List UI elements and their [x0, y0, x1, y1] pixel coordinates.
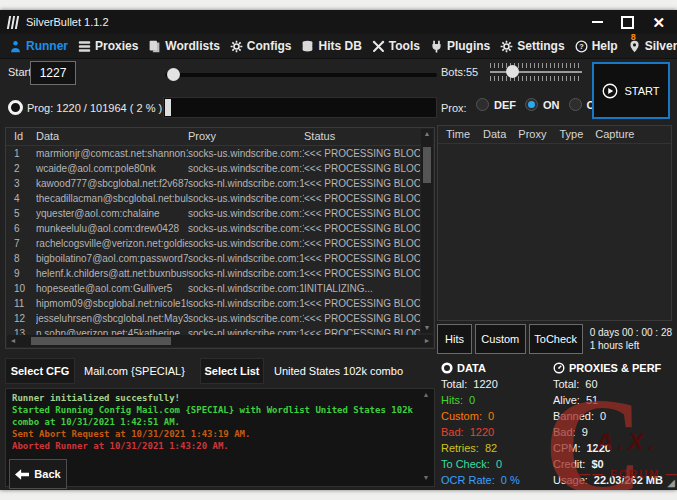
select-cfg-button[interactable]: Select CFG	[5, 358, 75, 384]
menu-item-proxies[interactable]: Proxies	[73, 39, 143, 53]
resize-grip[interactable]: ◢	[667, 478, 675, 488]
timer-elapsed: 0 days 00 : 00 : 28	[590, 327, 672, 338]
table-row[interactable]: 4thecadillacman@sbcglobal.net:bullcsocks…	[6, 191, 420, 206]
prox-option-on[interactable]: ON	[525, 98, 560, 111]
svg-text:?: ?	[579, 42, 584, 51]
table-row[interactable]: 6munkeelulu@aol.com:drew0428socks-us.win…	[6, 221, 420, 236]
menu-item-configs[interactable]: Configs	[225, 39, 297, 53]
slider-thumb[interactable]	[506, 65, 519, 78]
column-header-time[interactable]: Time	[446, 126, 470, 143]
table-row[interactable]: 5yquester@aol.com:chalainesocks-us.winds…	[6, 206, 420, 221]
menu-item-help[interactable]: ? Help	[570, 39, 623, 53]
table-row[interactable]: 11hipmom09@sbcglobal.net:nicole10socks-n…	[6, 296, 420, 311]
stat-row: Bad:1220	[441, 424, 549, 440]
scrollbar-thumb[interactable]	[31, 337, 171, 345]
scrollbar-thumb[interactable]	[423, 147, 431, 183]
menu-label: Tools	[389, 39, 420, 53]
bots-slider[interactable]	[490, 63, 582, 81]
table-cell: 4	[6, 191, 36, 206]
slider-thumb[interactable]	[167, 68, 180, 81]
log-scrollbar[interactable]: ▲ ▼	[420, 391, 432, 484]
menu-item-settings[interactable]: Settings	[495, 39, 569, 53]
stats-proxies-rows: Total:60Alive:51Banned:0Bad:9CPM:1220Cre…	[553, 376, 675, 488]
column-header-type[interactable]: Type	[559, 126, 583, 143]
table-row[interactable]: 7rachelcogsville@verizon.net:goldie8sock…	[6, 236, 420, 251]
column-header-data[interactable]: Data	[36, 128, 188, 145]
table-row[interactable]: 3kawood777@sbcglobal.net:f2v687csocks-nl…	[6, 176, 420, 191]
table-cell: thecadillacman@sbcglobal.net:bullc	[36, 191, 188, 206]
back-arrow-icon	[15, 469, 29, 480]
proxies-stats-header: PROXIES & PERF	[553, 360, 675, 376]
radio-icon	[569, 98, 582, 111]
maximize-button[interactable]	[621, 14, 634, 30]
prox-option-def[interactable]: DEF	[476, 98, 516, 111]
vertical-scrollbar[interactable]: ▲ ▼	[421, 129, 433, 333]
custom-tab[interactable]: Custom	[475, 324, 526, 354]
table-cell: socks-us.windscribe.com:1	[188, 236, 304, 251]
table-cell: socks-nl.windscribe.com:1	[188, 266, 304, 281]
menu-item-silver-zone[interactable]: 8 Silver Zone	[623, 39, 677, 53]
tools-icon	[372, 40, 385, 53]
table-cell: socks-nl.windscribe.com:1	[188, 296, 304, 311]
log-line: Sent Abort Request at 10/31/2021 1:43:19…	[12, 428, 418, 440]
proxy-mode-group: DEF ON OFF	[476, 98, 609, 111]
close-button[interactable]: ✕	[652, 14, 665, 30]
column-header-id[interactable]: Id	[6, 128, 36, 145]
scroll-left-icon[interactable]: ◄	[7, 335, 19, 347]
selected-config-value: Mail.com {SPECIAL}	[84, 358, 185, 384]
scroll-down-icon[interactable]: ▼	[421, 323, 433, 333]
hits-tab[interactable]: Hits	[437, 324, 472, 354]
menu-item-hitsdb[interactable]: Hits DB	[296, 39, 366, 53]
timer-remaining: 1 hours left	[590, 340, 639, 351]
stat-row: To Check:0	[441, 456, 549, 472]
table-cell: <<< PROCESSING BLOCK	[304, 251, 420, 266]
menu-item-runner[interactable]: Runner	[4, 39, 73, 53]
radio-icon	[525, 98, 538, 111]
table-row[interactable]: 8bigboilatino7@aol.com:password7socks-nl…	[6, 251, 420, 266]
scroll-right-icon[interactable]: ►	[421, 335, 433, 347]
start-input[interactable]	[30, 61, 76, 85]
table-cell: rachelcogsville@verizon.net:goldie8	[36, 236, 188, 251]
runner-table-header: Id Data Proxy Status	[6, 128, 434, 146]
titlebar: SilverBullet 1.1.2 ✕	[0, 10, 677, 34]
selector-row: Select CFG Mail.com {SPECIAL} Select Lis…	[0, 358, 435, 385]
menu-label: Settings	[517, 39, 564, 53]
stat-row: CPM:1220	[553, 440, 675, 456]
table-cell: 12	[6, 311, 36, 326]
column-header-proxy[interactable]: Proxy	[518, 126, 546, 143]
column-header-proxy[interactable]: Proxy	[188, 128, 304, 145]
table-cell: socks-us.windscribe.com:1	[188, 161, 304, 176]
table-cell: jesseluhrsen@sbcglobal.net:May319	[36, 311, 188, 326]
menu-label: Runner	[26, 39, 68, 53]
table-row[interactable]: 12jesseluhrsen@sbcglobal.net:May319socks…	[6, 311, 420, 326]
gear-icon	[230, 40, 243, 53]
menu-item-tools[interactable]: Tools	[367, 39, 425, 53]
play-icon	[602, 83, 618, 99]
column-header-capture[interactable]: Capture	[595, 126, 634, 143]
column-header-status[interactable]: Status	[304, 128, 434, 145]
table-cell: wcaide@aol.com:pole80nk	[36, 161, 188, 176]
scroll-up-icon[interactable]: ▲	[420, 391, 432, 401]
menu-item-plugins[interactable]: Plugins	[425, 39, 495, 53]
start-position-slider[interactable]	[165, 73, 437, 77]
tocheck-tab[interactable]: ToCheck	[529, 324, 583, 354]
progress-indicator-icon[interactable]	[8, 100, 23, 115]
horizontal-scrollbar[interactable]: ◄ ►	[7, 335, 433, 347]
table-row[interactable]: 1marmionjr@comcast.net:shannon1socks-us.…	[6, 146, 420, 161]
slider-ticks	[490, 63, 582, 68]
log-line: Runner initialized succesfully!	[12, 392, 418, 404]
menu-item-wordlists[interactable]: Wordlists	[143, 39, 224, 53]
scroll-down-icon[interactable]: ▼	[420, 474, 432, 484]
column-header-data[interactable]: Data	[483, 126, 506, 143]
database-icon	[301, 40, 314, 53]
start-button[interactable]: START	[592, 62, 670, 119]
table-cell: 6	[6, 221, 36, 236]
table-row[interactable]: 2wcaide@aol.com:pole80nksocks-us.windscr…	[6, 161, 420, 176]
table-row[interactable]: 10hopeseatle@aol.com:Gulliver5socks-nl.w…	[6, 281, 420, 296]
notification-badge: 8	[631, 32, 636, 42]
back-button[interactable]: Back	[9, 459, 67, 489]
scroll-up-icon[interactable]: ▲	[421, 129, 433, 139]
select-list-button[interactable]: Select List	[200, 358, 264, 384]
table-row[interactable]: 9helenf.k.childers@att.net:buxnbus0socks…	[6, 266, 420, 281]
minimize-button[interactable]	[592, 14, 603, 30]
